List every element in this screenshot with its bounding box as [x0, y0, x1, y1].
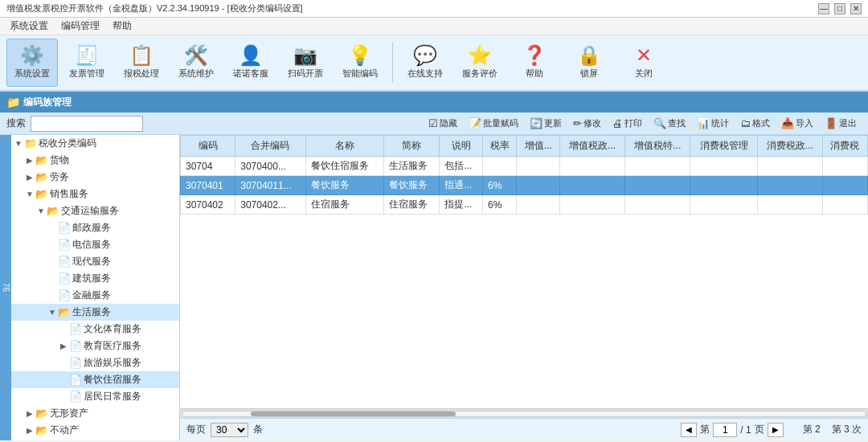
edu-medical-toggle[interactable]: ▶ [58, 342, 69, 350]
tree-postal[interactable]: 📄 邮政服务 [11, 219, 179, 236]
life-service-toggle[interactable]: ▼ [47, 308, 58, 317]
table-row[interactable]: 30704 3070400... 餐饮住宿服务 生活服务 包括... [181, 157, 868, 176]
telecom-icon: 📄 [58, 239, 71, 251]
page-extra: 第 2 [803, 423, 821, 436]
tree-financial[interactable]: 📄 金融服务 [11, 287, 179, 304]
exit-btn[interactable]: 🚪退出 [820, 116, 862, 131]
left-indicator[interactable]: 76 [0, 135, 11, 440]
batch-code-icon: 📝 [469, 117, 481, 129]
modern-label: 现代服务 [72, 255, 111, 268]
table-wrapper[interactable]: 编码 合并编码 名称 简称 说明 税率 增值... 增值税政... 增值税特..… [180, 135, 868, 408]
life-service-icon: 📂 [58, 306, 71, 318]
col-consumption-mgmt[interactable]: 消费税管理 [690, 136, 757, 157]
tree-construction[interactable]: 📄 建筑服务 [11, 270, 179, 287]
toolbar-online-support[interactable]: 💬 在线支持 [399, 39, 451, 87]
col-consumption[interactable]: 消费税 [822, 136, 867, 157]
col-name[interactable]: 名称 [305, 136, 383, 157]
batch-code-btn[interactable]: 📝批量赋码 [464, 116, 523, 131]
hide-btn[interactable]: ☑隐藏 [424, 116, 462, 131]
maximize-button[interactable]: □ [834, 3, 845, 14]
col-vat[interactable]: 增值... [517, 136, 560, 157]
toolbar-invoice-mgmt[interactable]: 🧾 发票管理 [61, 39, 113, 87]
modify-btn[interactable]: ✏修改 [568, 116, 606, 131]
labor-toggle[interactable]: ▶ [24, 173, 35, 182]
scrollbar-thumb[interactable] [251, 411, 456, 416]
col-tax-rate[interactable]: 税率 [483, 136, 517, 157]
toolbar-lock[interactable]: 🔒 锁屏 [563, 39, 615, 87]
per-page-select[interactable]: 30 50 100 [211, 423, 248, 437]
menu-system-settings[interactable]: 系统设置 [3, 18, 55, 35]
col-merge-code[interactable]: 合并编码 [235, 136, 305, 157]
tree-life-service[interactable]: ▼ 📂 生活服务 [11, 304, 179, 321]
resident-daily-label: 居民日常服务 [84, 390, 141, 403]
tree-resident-daily[interactable]: 📄 居民日常服务 [11, 388, 179, 405]
tree-culture-sports[interactable]: 📄 文化体育服务 [11, 321, 179, 338]
print-btn[interactable]: 🖨打印 [608, 116, 647, 131]
tree-non-taxable[interactable]: 📄 未发生销售行为的不征税项目 [11, 439, 179, 440]
import-btn[interactable]: 📥导入 [776, 116, 818, 131]
col-desc[interactable]: 说明 [440, 136, 483, 157]
tree-edu-medical[interactable]: ▶ 📄 教育医疗服务 [11, 338, 179, 354]
financial-label: 金融服务 [72, 289, 111, 302]
tree-root[interactable]: ▼ 📁 税收分类编码 [11, 135, 179, 152]
table-row[interactable]: 3070402 3070402... 住宿服务 住宿服务 指提... 6% [181, 195, 868, 215]
real-estate-toggle[interactable]: ▶ [24, 426, 35, 435]
toolbar-close[interactable]: ✕ 关闭 [618, 39, 669, 87]
toolbar-sys-maint[interactable]: 🛠️ 系统维护 [170, 39, 222, 87]
lock-icon: 🔒 [577, 46, 601, 65]
toolbar-service-eval[interactable]: ⭐ 服务评价 [454, 39, 506, 87]
stats-btn[interactable]: 📊统计 [692, 116, 734, 131]
tree-sales-service[interactable]: ▼ 📂 销售服务 [11, 186, 179, 203]
toolbar-help[interactable]: ❓ 帮助 [509, 39, 560, 87]
col-abbr[interactable]: 简称 [383, 136, 440, 157]
culture-sports-label: 文化体育服务 [84, 322, 141, 336]
tree-tourism[interactable]: 📄 旅游娱乐服务 [11, 354, 179, 371]
tree-real-estate[interactable]: ▶ 📂 不动产 [11, 422, 179, 439]
toolbar-smart-code[interactable]: 💡 智能编码 [334, 39, 386, 87]
toolbar-system-settings[interactable]: ⚙️ 系统设置 [6, 39, 58, 87]
col-vat-policy[interactable]: 增值税政... [560, 136, 625, 157]
scrollbar-track[interactable] [182, 411, 866, 417]
update-btn[interactable]: 🔄更新 [525, 116, 567, 131]
cell-vats-2 [625, 176, 690, 195]
sales-service-toggle[interactable]: ▼ [24, 190, 35, 198]
toolbar-scan-invoice[interactable]: 📷 扫码开票 [280, 39, 331, 87]
format-btn[interactable]: 🗂格式 [735, 116, 775, 131]
col-consumption-policy[interactable]: 消费税政... [757, 136, 822, 157]
intangible-toggle[interactable]: ▶ [24, 409, 35, 418]
prev-page-btn[interactable]: ◀ [681, 423, 697, 437]
tree-labor[interactable]: ▶ 📂 劳务 [11, 169, 179, 186]
menu-code-mgmt[interactable]: 编码管理 [55, 18, 106, 35]
main-layout: 76 ▼ 📁 税收分类编码 ▶ 📂 货物 ▶ 📂 劳务 ▼ 📂 销售服务 ▼ 📂… [0, 135, 868, 440]
tree-intangible[interactable]: ▶ 📂 无形资产 [11, 405, 179, 422]
root-toggle[interactable]: ▼ [13, 139, 24, 148]
next-page-btn[interactable]: ▶ [768, 423, 784, 437]
cell-vatp-1 [560, 157, 625, 176]
horizontal-scrollbar[interactable] [180, 408, 868, 418]
goods-toggle[interactable]: ▶ [24, 156, 35, 165]
financial-icon: 📄 [58, 289, 71, 301]
query-btn[interactable]: 🔍查找 [649, 116, 690, 131]
table-row[interactable]: 3070401 30704011... 餐饮服务 餐饮服务 指通... 6% [181, 176, 868, 195]
minimize-button[interactable]: — [818, 3, 829, 14]
tree-modern[interactable]: 📄 现代服务 [11, 253, 179, 270]
close-window-button[interactable]: ✕ [850, 3, 862, 14]
transport-toggle[interactable]: ▼ [35, 207, 47, 215]
col-code[interactable]: 编码 [181, 136, 235, 157]
tree-transport[interactable]: ▼ 📂 交通运输服务 [11, 203, 179, 219]
toolbar-tax-report[interactable]: 📋 报税处理 [116, 39, 167, 87]
current-page-input[interactable] [713, 423, 737, 437]
toolbar-nuonuo[interactable]: 👤 诺诺客服 [225, 39, 276, 87]
toolbar: ⚙️ 系统设置 🧾 发票管理 📋 报税处理 🛠️ 系统维护 👤 诺诺客服 📷 扫… [0, 35, 868, 92]
tree-telecom[interactable]: 📄 电信服务 [11, 236, 179, 253]
tree-goods[interactable]: ▶ 📂 货物 [11, 152, 179, 169]
intangible-label: 无形资产 [50, 407, 88, 420]
cell-desc-3: 指提... [440, 195, 483, 215]
modify-icon: ✏ [573, 117, 582, 129]
total-pages-label: / 1 [740, 424, 751, 436]
menu-help[interactable]: 帮助 [106, 18, 138, 35]
page-extra2: 第 3 次 [832, 423, 862, 436]
tree-food-lodging[interactable]: 📄 餐饮住宿服务 [11, 371, 179, 388]
search-input[interactable] [31, 116, 143, 132]
col-vat-special[interactable]: 增值税特... [625, 136, 690, 157]
